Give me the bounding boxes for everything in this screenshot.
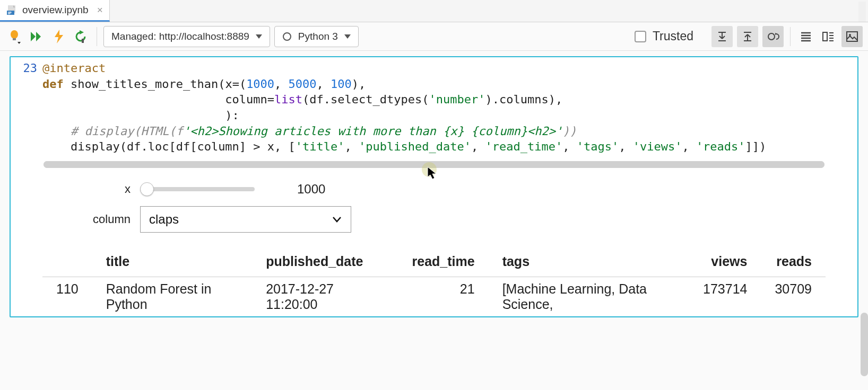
chevron-down-icon: [256, 34, 262, 39]
df-cell: 110: [42, 277, 92, 317]
x-slider[interactable]: [140, 187, 255, 191]
df-col-header: published_date: [252, 250, 398, 277]
kernel-label: Python 3: [298, 31, 338, 42]
kernel-status-icon: [282, 32, 292, 41]
svg-rect-4: [13, 38, 16, 40]
dataframe-output: titlepublished_dateread_timetagsviewsrea…: [11, 250, 857, 316]
toolbar-separator: [790, 27, 791, 46]
column-select[interactable]: claps: [140, 206, 351, 233]
sync-settings-icon[interactable]: [762, 26, 784, 47]
close-icon[interactable]: ×: [97, 4, 103, 16]
svg-marker-9: [80, 30, 84, 34]
svg-marker-7: [36, 32, 41, 41]
dataframe-table: titlepublished_dateread_timetagsviewsrea…: [42, 250, 826, 316]
code-cell[interactable]: 23 @interact def show_titles_more_than(x…: [10, 56, 858, 317]
toolbar-separator: [97, 27, 97, 46]
df-cell: Random Forest in Python: [92, 277, 252, 317]
lightning-icon[interactable]: [50, 28, 68, 46]
ipynb-file-icon: IP: [6, 5, 17, 15]
download-icon[interactable]: [711, 26, 733, 47]
df-col-header: [42, 250, 92, 277]
horizontal-scrollbar[interactable]: [44, 161, 824, 168]
kernel-dropdown[interactable]: Python 3: [274, 26, 359, 47]
slider-label: x: [48, 182, 140, 196]
chevron-down-icon: [344, 34, 351, 39]
svg-marker-5: [18, 42, 21, 44]
slider-value: 1000: [297, 182, 325, 197]
svg-rect-15: [847, 32, 857, 41]
df-cell: 30709: [761, 277, 826, 317]
file-tab[interactable]: IP overview.ipynb ×: [0, 0, 110, 22]
editor-scrollbar-track[interactable]: [858, 2, 866, 22]
svg-point-3: [11, 30, 18, 39]
restart-run-icon[interactable]: [72, 28, 90, 46]
list-view-icon[interactable]: [797, 28, 815, 46]
select-row: column claps: [48, 206, 820, 233]
df-col-header: reads: [761, 250, 826, 277]
trusted-checkbox[interactable]: [635, 31, 646, 42]
vertical-scrollbar-thumb[interactable]: [861, 313, 868, 376]
df-cell: [Machine Learning, Data Science,: [489, 277, 689, 317]
trusted-label: Trusted: [653, 29, 693, 43]
df-col-header: views: [689, 250, 761, 277]
df-col-header: tags: [489, 250, 689, 277]
df-cell: 21: [398, 277, 489, 317]
df-cell: 2017-12-27 11:20:00: [252, 277, 398, 317]
split-view-icon[interactable]: [819, 28, 837, 46]
svg-marker-8: [55, 30, 63, 43]
cell-input[interactable]: 23 @interact def show_titles_more_than(x…: [11, 57, 857, 157]
execution-count: 23: [13, 60, 42, 75]
df-cell: 173714: [689, 277, 761, 317]
run-all-icon[interactable]: [28, 28, 46, 46]
lightbulb-icon[interactable]: [5, 28, 23, 46]
table-row: 110Random Forest in Python2017-12-27 11:…: [42, 277, 826, 317]
df-col-header: title: [92, 250, 252, 277]
svg-rect-14: [823, 32, 827, 41]
notebook-area: 23 @interact def show_titles_more_than(x…: [0, 51, 868, 390]
interact-widgets: x 1000 column claps: [11, 173, 857, 250]
df-col-header: read_time: [398, 250, 489, 277]
server-dropdown[interactable]: Managed: http://localhost:8889: [103, 26, 270, 47]
chevron-down-icon: [332, 216, 342, 223]
code-editor[interactable]: @interact def show_titles_more_than(x=(1…: [42, 60, 766, 155]
svg-rect-10: [82, 39, 84, 43]
server-label: Managed: http://localhost:8889: [111, 31, 249, 42]
svg-point-11: [283, 33, 291, 40]
trusted-toggle[interactable]: Trusted: [635, 29, 693, 43]
select-value: claps: [149, 212, 179, 227]
tab-filename: overview.ipynb: [22, 4, 89, 16]
select-label: column: [48, 212, 140, 226]
slider-row: x 1000: [48, 182, 820, 197]
slider-thumb[interactable]: [140, 182, 154, 196]
scrollbar-thumb[interactable]: [44, 161, 824, 168]
svg-marker-6: [31, 32, 36, 41]
svg-text:IP: IP: [8, 11, 12, 15]
tab-bar: IP overview.ipynb ×: [0, 0, 868, 22]
upload-icon[interactable]: [737, 26, 758, 47]
svg-point-12: [768, 33, 775, 40]
image-view-icon[interactable]: [841, 26, 863, 47]
svg-marker-13: [775, 33, 777, 35]
notebook-toolbar: Managed: http://localhost:8889 Python 3 …: [0, 22, 868, 51]
